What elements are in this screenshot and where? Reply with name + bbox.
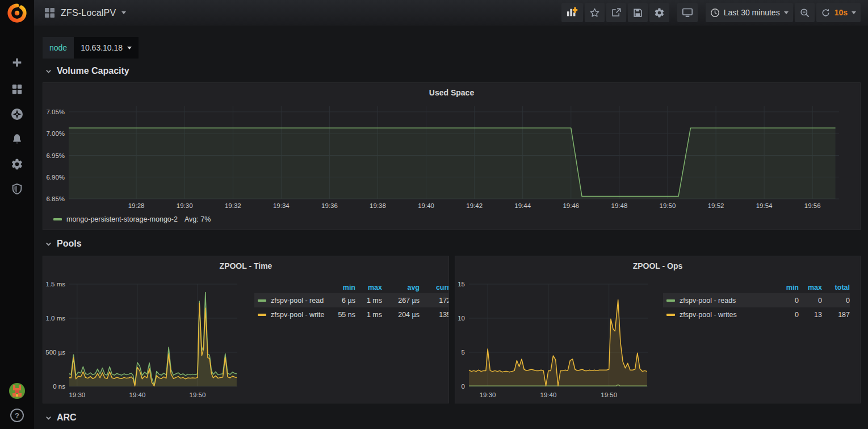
legend-swatch <box>666 299 675 302</box>
panel-title[interactable]: Used Space <box>43 83 860 97</box>
dashboard-title[interactable]: ZFS-LocalPV <box>61 8 116 18</box>
svg-text:19:50: 19:50 <box>190 391 206 398</box>
legend-series-name: zfspv-pool - write <box>271 311 324 319</box>
legend-value-max: 13 <box>799 311 822 319</box>
legend-col-max[interactable]: max <box>799 284 822 291</box>
legend-swatch <box>53 218 62 220</box>
cycle-view-mode-button[interactable] <box>677 3 698 22</box>
variable-node-caret <box>127 47 132 49</box>
legend-col-min[interactable]: min <box>329 284 355 291</box>
add-panel-button[interactable] <box>561 3 583 22</box>
save-dashboard-button[interactable] <box>628 3 648 22</box>
time-range-label: Last 30 minutes <box>724 8 780 17</box>
used-space-graph[interactable]: 7.05%7.00%6.95%6.90%6.85%19:2819:3019:32… <box>43 99 861 213</box>
grafana-logo-icon <box>6 2 28 24</box>
sidebar-item-explore[interactable] <box>0 102 34 127</box>
dashboard-dropdown-caret[interactable] <box>121 11 126 14</box>
panel-title[interactable]: ZPOOL - Time <box>43 256 448 270</box>
svg-text:19:40: 19:40 <box>540 391 557 398</box>
share-dashboard-button[interactable] <box>606 3 626 22</box>
time-range-caret <box>784 11 789 14</box>
legend-col-min[interactable]: min <box>772 284 799 291</box>
svg-text:19:30: 19:30 <box>69 391 85 398</box>
panel-title[interactable]: ZPOOL - Ops <box>455 256 860 270</box>
sidebar-item-configuration[interactable] <box>0 152 34 177</box>
create-button[interactable] <box>0 50 34 75</box>
clock-icon <box>710 8 720 18</box>
legend-row-write: zfspv-pool - write 55 ns 1 ms 204 µs 135… <box>254 307 449 322</box>
legend-avg-value: Avg: 7% <box>184 215 211 223</box>
svg-text:19:48: 19:48 <box>611 202 628 209</box>
svg-text:6.85%: 6.85% <box>46 195 65 202</box>
grafana-logo[interactable] <box>6 2 28 24</box>
legend-value-max: 0 <box>799 297 822 305</box>
save-icon <box>632 7 643 18</box>
grafana-dashboard: ? ZFS-LocalPV <box>0 0 868 429</box>
svg-text:19:40: 19:40 <box>129 391 146 398</box>
legend-item-mongo[interactable]: mongo-persistent-storage-mongo-2 Avg: 7% <box>53 215 211 223</box>
time-range-picker[interactable]: Last 30 minutes <box>706 3 793 22</box>
legend-item-read[interactable]: zfspv-pool - read <box>254 297 329 305</box>
svg-text:19:30: 19:30 <box>177 202 193 209</box>
refresh-interval-label: 10s <box>835 8 848 17</box>
sidebar: ? <box>0 0 34 429</box>
legend-col-current[interactable]: current <box>420 284 449 291</box>
svg-text:19:38: 19:38 <box>370 202 386 209</box>
star-dashboard-button[interactable] <box>585 3 605 22</box>
legend-series-name: zfspv-pool - read <box>271 297 324 305</box>
variable-node-select[interactable]: 10.63.10.18 <box>74 37 139 59</box>
svg-text:500 µs: 500 µs <box>45 349 65 356</box>
svg-text:19:50: 19:50 <box>601 391 617 398</box>
row-pools[interactable]: Pools <box>45 236 82 251</box>
zpool-time-legend: min max avg current zfspv-pool - read 6 … <box>254 281 449 322</box>
legend-row-reads: zfspv-pool - reads 0 0 0 <box>663 293 850 307</box>
legend-col-max[interactable]: max <box>355 284 382 291</box>
svg-text:19:54: 19:54 <box>756 202 773 209</box>
svg-text:6.90%: 6.90% <box>46 174 65 181</box>
monitor-icon <box>682 7 693 18</box>
dashboard-settings-button[interactable] <box>649 3 669 22</box>
legend-swatch <box>258 299 266 302</box>
svg-text:19:46: 19:46 <box>563 202 579 209</box>
legend-value-total: 0 <box>822 297 850 305</box>
svg-text:7.00%: 7.00% <box>46 130 65 137</box>
sidebar-item-alerting[interactable] <box>0 127 34 152</box>
legend-col-total[interactable]: total <box>822 284 850 291</box>
zpool-ops-graph[interactable]: 05101519:3019:4019:50 <box>455 277 653 402</box>
legend-value-min: 0 <box>772 297 799 305</box>
gear-icon <box>654 7 665 18</box>
legend-item-reads[interactable]: zfspv-pool - reads <box>663 297 772 305</box>
legend-row-writes: zfspv-pool - writes 0 13 187 <box>663 307 850 322</box>
sidebar-item-dashboards[interactable] <box>0 77 34 102</box>
avatar-image <box>9 382 26 399</box>
legend-swatch <box>666 314 675 316</box>
sidebar-item-server-admin[interactable] <box>0 177 34 202</box>
chevron-down-icon <box>45 68 52 75</box>
svg-text:19:36: 19:36 <box>321 202 338 209</box>
variable-node-label: node <box>43 37 74 59</box>
legend-row-read: zfspv-pool - read 6 µs 1 ms 267 µs 172 µ… <box>254 293 449 307</box>
chevron-down-icon <box>45 414 52 422</box>
avatar[interactable] <box>0 378 34 403</box>
legend-col-avg[interactable]: avg <box>382 284 420 291</box>
legend-value-current: 172 µs <box>420 297 449 305</box>
compass-icon <box>10 107 24 121</box>
help-button[interactable]: ? <box>0 403 34 428</box>
svg-text:?: ? <box>15 411 19 420</box>
panel-zpool-ops: ZPOOL - Ops 05101519:3019:4019:50 min ma… <box>455 256 861 403</box>
legend-value-min: 0 <box>772 311 799 319</box>
svg-text:10: 10 <box>458 315 465 322</box>
zoom-out-time-range-button[interactable] <box>795 3 815 22</box>
svg-text:6.95%: 6.95% <box>46 152 65 159</box>
row-volume-capacity[interactable]: Volume Capacity <box>45 64 129 78</box>
legend-value-max: 1 ms <box>355 311 382 319</box>
panel-used-space: Used Space 7.05%7.00%6.95%6.90%6.85%19:2… <box>43 82 861 230</box>
legend-item-writes[interactable]: zfspv-pool - writes <box>663 311 772 319</box>
legend-value-avg: 204 µs <box>382 311 420 319</box>
refresh-picker[interactable]: 10s <box>816 3 861 22</box>
legend-item-write[interactable]: zfspv-pool - write <box>254 311 329 319</box>
row-arc[interactable]: ARC <box>45 410 77 425</box>
chevron-down-icon <box>45 240 52 248</box>
svg-text:19:28: 19:28 <box>128 202 145 209</box>
zpool-time-graph[interactable]: 0 ns500 µs1.0 ms1.5 ms19:3019:4019:50 <box>43 277 243 402</box>
